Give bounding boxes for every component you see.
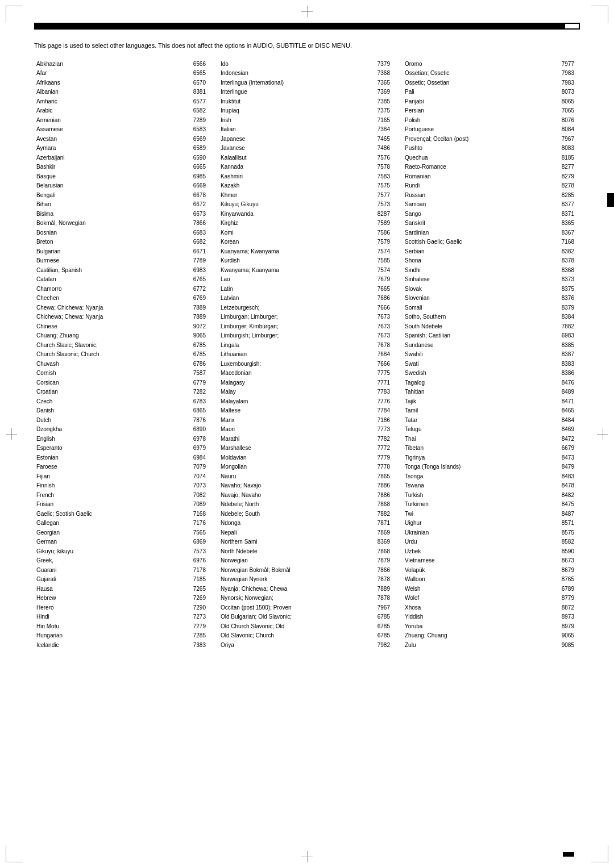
table-row: Old Slavonic; Church6785 xyxy=(218,631,396,641)
table-row: Cornish7587 xyxy=(34,369,211,378)
lang-code: 8383 xyxy=(533,360,580,369)
lang-name: Interlingua (International) xyxy=(218,78,349,88)
lang-name: Faroese xyxy=(34,462,165,472)
table-row: Tatar8484 xyxy=(403,416,580,425)
lang-name: Aymara xyxy=(34,144,165,153)
lang-name: Khmer xyxy=(218,191,349,201)
lang-code: 7889 xyxy=(165,312,211,322)
lang-code: 7577 xyxy=(349,191,396,201)
lang-name: Kurdish xyxy=(218,256,349,266)
table-row: South Ndebele7882 xyxy=(403,322,580,332)
lang-name: North Ndebele xyxy=(218,547,349,557)
lang-code: 6679 xyxy=(533,444,580,453)
table-row: Provençal; Occitan (post)7967 xyxy=(403,135,580,144)
table-row: Corsican6779 xyxy=(34,378,211,388)
lang-code: 6865 xyxy=(165,406,211,416)
lang-name: Navajo; Navaho xyxy=(218,491,349,500)
table-row: Hausa7265 xyxy=(34,585,211,594)
lang-name: Old Slavonic; Church xyxy=(218,631,349,641)
lang-name: Marshallese xyxy=(218,444,349,453)
lang-name: Inupiaq xyxy=(218,106,349,116)
lang-code: 7866 xyxy=(165,219,211,228)
lang-code: 8076 xyxy=(533,116,580,126)
table-row: Chinese9072 xyxy=(34,322,211,332)
lang-code: 6678 xyxy=(165,191,211,201)
lang-code: 8365 xyxy=(533,219,580,228)
side-tab xyxy=(607,193,614,207)
lang-name: Assamese xyxy=(34,125,165,135)
table-row: Faroese7079 xyxy=(34,462,211,472)
table-row: Lithuanian7684 xyxy=(218,350,396,360)
lang-name: Gaelic; Scotish Gaelic xyxy=(34,510,165,519)
table-row: Raeto-Romance8277 xyxy=(403,162,580,172)
lang-code: 9085 xyxy=(533,641,580,650)
table-row: Occitan (post 1500); Proven7967 xyxy=(218,603,396,613)
lang-name: Xhosa xyxy=(403,603,533,613)
lang-name: Ndebele; South xyxy=(218,510,349,519)
lang-code: 7368 xyxy=(349,69,396,78)
lang-name: Bulgarian xyxy=(34,247,165,257)
lang-name: South Ndebele xyxy=(403,322,533,332)
table-row: Kwanyama; Kuanyama7574 xyxy=(218,266,396,276)
lang-name: Amharic xyxy=(34,97,165,107)
table-row: Old Church Slavonic; Old6785 xyxy=(218,622,396,632)
table-row: Sango8371 xyxy=(403,210,580,219)
table-row: Ndebele; South7882 xyxy=(218,510,396,519)
lang-name: Indonesian xyxy=(218,69,349,78)
table-row: Russian8285 xyxy=(403,191,580,201)
lang-code: 6672 xyxy=(165,200,211,210)
table-row: Marshallese7772 xyxy=(218,444,396,453)
lang-code: 8575 xyxy=(533,528,580,538)
table-row: Sotho, Southern8384 xyxy=(403,312,580,322)
table-row: Hiri Motu7279 xyxy=(34,622,211,632)
lang-name: Chuang; Zhuang xyxy=(34,331,165,341)
lang-name: German xyxy=(34,537,165,547)
lang-name: Scottish Gaelic; Gaelic xyxy=(403,237,533,247)
table-row: Thai8472 xyxy=(403,435,580,444)
lang-name: Irish xyxy=(218,116,349,126)
lang-name: Catalan xyxy=(34,275,165,285)
lang-name: Sundanese xyxy=(403,341,533,350)
table-row: Norwegian Bokmål; Bokmål7866 xyxy=(218,566,396,575)
lang-code: 8185 xyxy=(533,153,580,163)
lang-code: 7967 xyxy=(349,603,396,613)
lang-code: 7089 xyxy=(165,500,211,510)
table-row: Sundanese8385 xyxy=(403,341,580,350)
lang-code: 7065 xyxy=(533,106,580,116)
page-number xyxy=(563,852,574,857)
lang-name: Wolof xyxy=(403,594,533,603)
lang-name: Kikuyu; Gikuyu xyxy=(218,200,349,210)
table-row: Xhosa8872 xyxy=(403,603,580,613)
table-row: Ossetian; Ossetic7983 xyxy=(403,69,580,78)
table-row: Catalan6765 xyxy=(34,275,211,285)
lang-code: 7574 xyxy=(349,266,396,276)
lang-name: Navaho; Navajo xyxy=(218,481,349,491)
lang-code: 7666 xyxy=(349,303,396,313)
lang-code: 6983 xyxy=(533,331,580,341)
lang-code: 7565 xyxy=(165,528,211,538)
lang-name: Malagasy xyxy=(218,378,349,388)
lang-name: Finnish xyxy=(34,481,165,491)
table-row: Nauru7865 xyxy=(218,472,396,482)
section-title xyxy=(34,23,564,30)
lang-name: Sardinian xyxy=(403,228,533,238)
table-row: Swati8383 xyxy=(403,360,580,369)
lang-code: 7869 xyxy=(349,528,396,538)
lang-code: 7369 xyxy=(349,87,396,97)
lang-name: Danish xyxy=(34,406,165,416)
lang-table-col1: Abkhazian6566Afar6565Afrikaans6570Albani… xyxy=(34,60,211,650)
table-row: Bislma6673 xyxy=(34,210,211,219)
lang-code: 7385 xyxy=(349,97,396,107)
lang-name: Nauru xyxy=(218,472,349,482)
lang-code: 8279 xyxy=(533,172,580,182)
lang-name: Norwegian xyxy=(218,556,349,566)
lang-name: Kashmiri xyxy=(218,172,349,182)
table-row: Panjabi8065 xyxy=(403,97,580,107)
lang-name: Gujarati xyxy=(34,575,165,585)
lang-code: 7879 xyxy=(349,556,396,566)
table-row: Bulgarian6671 xyxy=(34,247,211,257)
lang-name: Guarani xyxy=(34,566,165,575)
table-row: Walloon8765 xyxy=(403,575,580,585)
table-row: Gujarati7185 xyxy=(34,575,211,585)
lang-name: Chamorro xyxy=(34,285,165,294)
